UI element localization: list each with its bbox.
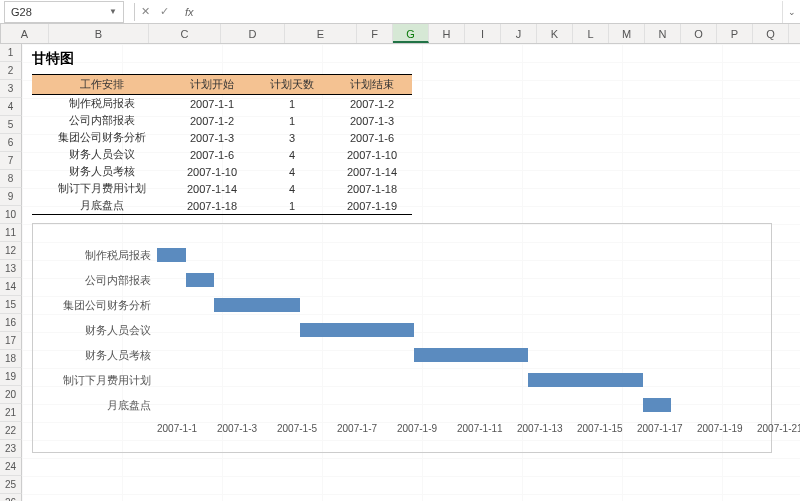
table-cell[interactable]: 公司内部报表 <box>32 112 172 129</box>
table-cell[interactable]: 2007-1-3 <box>332 112 412 129</box>
table-cell[interactable]: 2007-1-18 <box>332 180 412 197</box>
table-row: 制订下月费用计划2007-1-1442007-1-18 <box>32 180 412 197</box>
table-cell[interactable]: 2007-1-3 <box>172 129 252 146</box>
expand-formula-bar-icon[interactable]: ⌄ <box>782 1 800 23</box>
row-header-22[interactable]: 22 <box>0 422 22 440</box>
row-header-25[interactable]: 25 <box>0 476 22 494</box>
table-cell[interactable]: 月底盘点 <box>32 197 172 215</box>
table-cell[interactable]: 3 <box>252 129 332 146</box>
column-header-M[interactable]: M <box>609 24 645 43</box>
row-header-3[interactable]: 3 <box>0 80 22 98</box>
row-header-1[interactable]: 1 <box>0 44 22 62</box>
gantt-bar[interactable] <box>157 248 186 262</box>
table-cell[interactable]: 2007-1-6 <box>172 146 252 163</box>
table-cell[interactable]: 2007-1-2 <box>172 112 252 129</box>
column-header-O[interactable]: O <box>681 24 717 43</box>
table-cell[interactable]: 2007-1-10 <box>332 146 412 163</box>
column-header-L[interactable]: L <box>573 24 609 43</box>
row-header-7[interactable]: 7 <box>0 152 22 170</box>
column-header-I[interactable]: I <box>465 24 501 43</box>
table-header-cell: 计划开始 <box>172 75 252 95</box>
gantt-bar[interactable] <box>186 273 215 287</box>
table-cell[interactable]: 2007-1-14 <box>172 180 252 197</box>
formula-bar-actions: ✕ ✓ fx <box>141 5 194 18</box>
formula-input[interactable] <box>194 1 782 23</box>
column-header-J[interactable]: J <box>501 24 537 43</box>
column-header-R[interactable]: R <box>789 24 800 43</box>
row-header-26[interactable]: 26 <box>0 494 22 501</box>
table-cell[interactable]: 4 <box>252 146 332 163</box>
table-cell[interactable]: 2007-1-18 <box>172 197 252 215</box>
gantt-category-label: 制订下月费用计划 <box>47 369 151 391</box>
column-header-H[interactable]: H <box>429 24 465 43</box>
table-cell[interactable]: 2007-1-14 <box>332 163 412 180</box>
table-cell[interactable]: 1 <box>252 197 332 215</box>
row-header-10[interactable]: 10 <box>0 206 22 224</box>
row-header-23[interactable]: 23 <box>0 440 22 458</box>
table-row: 财务人员考核2007-1-1042007-1-14 <box>32 163 412 180</box>
row-header-5[interactable]: 5 <box>0 116 22 134</box>
row-header-6[interactable]: 6 <box>0 134 22 152</box>
row-header-15[interactable]: 15 <box>0 296 22 314</box>
table-cell[interactable]: 2007-1-19 <box>332 197 412 215</box>
column-header-Q[interactable]: Q <box>753 24 789 43</box>
gantt-bar[interactable] <box>414 348 528 362</box>
column-header-P[interactable]: P <box>717 24 753 43</box>
cancel-icon[interactable]: ✕ <box>141 5 150 18</box>
gantt-bar[interactable] <box>300 323 414 337</box>
table-cell[interactable]: 1 <box>252 112 332 129</box>
table-cell[interactable]: 制订下月费用计划 <box>32 180 172 197</box>
table-cell[interactable]: 财务人员会议 <box>32 146 172 163</box>
column-header-F[interactable]: F <box>357 24 393 43</box>
row-header-14[interactable]: 14 <box>0 278 22 296</box>
spreadsheet-grid: ABCDEFGHIJKLMNOPQRS 12345678910111213141… <box>0 24 800 501</box>
gantt-bar[interactable] <box>643 398 672 412</box>
column-header-C[interactable]: C <box>149 24 221 43</box>
row-header-12[interactable]: 12 <box>0 242 22 260</box>
row-header-4[interactable]: 4 <box>0 98 22 116</box>
table-header-row: 工作安排计划开始计划天数计划结束 <box>32 75 412 95</box>
row-header-19[interactable]: 19 <box>0 368 22 386</box>
row-header-11[interactable]: 11 <box>0 224 22 242</box>
gantt-bar[interactable] <box>528 373 642 387</box>
row-header-9[interactable]: 9 <box>0 188 22 206</box>
table-cell[interactable]: 财务人员考核 <box>32 163 172 180</box>
table-cell[interactable]: 2007-1-1 <box>172 95 252 113</box>
row-header-21[interactable]: 21 <box>0 404 22 422</box>
row-header-18[interactable]: 18 <box>0 350 22 368</box>
column-header-K[interactable]: K <box>537 24 573 43</box>
schedule-table: 工作安排计划开始计划天数计划结束 制作税局报表2007-1-112007-1-2… <box>32 74 412 215</box>
fx-icon[interactable]: fx <box>185 6 194 18</box>
table-cell[interactable]: 1 <box>252 95 332 113</box>
row-header-8[interactable]: 8 <box>0 170 22 188</box>
column-header-N[interactable]: N <box>645 24 681 43</box>
table-cell[interactable]: 2007-1-10 <box>172 163 252 180</box>
table-cell[interactable]: 4 <box>252 163 332 180</box>
sheet-body[interactable]: 甘特图 工作安排计划开始计划天数计划结束 制作税局报表2007-1-112007… <box>22 44 800 501</box>
table-cell[interactable]: 2007-1-6 <box>332 129 412 146</box>
table-cell[interactable]: 2007-1-2 <box>332 95 412 113</box>
row-header-17[interactable]: 17 <box>0 332 22 350</box>
gantt-chart[interactable]: 制作税局报表公司内部报表集团公司财务分析财务人员会议财务人员考核制订下月费用计划… <box>32 223 772 453</box>
row-header-20[interactable]: 20 <box>0 386 22 404</box>
column-header-D[interactable]: D <box>221 24 285 43</box>
gantt-bar[interactable] <box>214 298 300 312</box>
column-header-G[interactable]: G <box>393 24 429 43</box>
formula-bar: G28 ▼ ✕ ✓ fx ⌄ <box>0 0 800 24</box>
row-header-2[interactable]: 2 <box>0 62 22 80</box>
column-header-B[interactable]: B <box>49 24 149 43</box>
row-header-24[interactable]: 24 <box>0 458 22 476</box>
column-header-E[interactable]: E <box>285 24 357 43</box>
table-header-cell: 计划天数 <box>252 75 332 95</box>
name-box[interactable]: G28 ▼ <box>4 1 124 23</box>
row-header-16[interactable]: 16 <box>0 314 22 332</box>
row-header-13[interactable]: 13 <box>0 260 22 278</box>
dropdown-arrow-icon[interactable]: ▼ <box>109 7 117 16</box>
column-header-A[interactable]: A <box>1 24 49 43</box>
table-cell[interactable]: 集团公司财务分析 <box>32 129 172 146</box>
table-cell[interactable]: 制作税局报表 <box>32 95 172 113</box>
row-headers: 1234567891011121314151617181920212223242… <box>0 44 22 501</box>
table-cell[interactable]: 4 <box>252 180 332 197</box>
accept-icon[interactable]: ✓ <box>160 5 169 18</box>
gantt-category-label: 财务人员会议 <box>47 319 151 341</box>
